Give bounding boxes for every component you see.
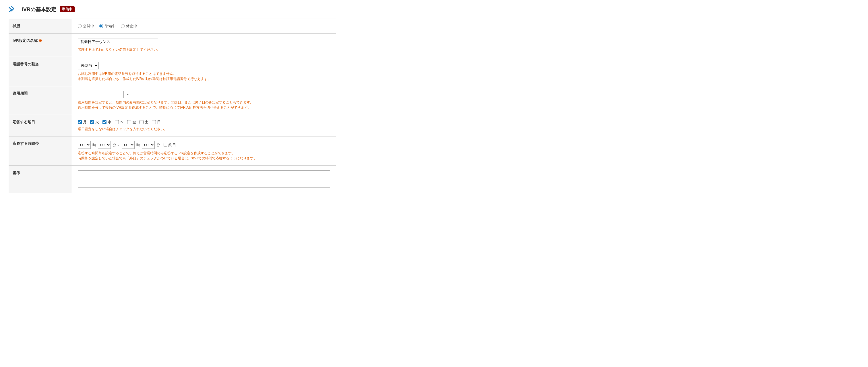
- time-range-group: 00010203 04050607 08091011 12131415 1617…: [78, 141, 330, 149]
- allday-label: 終日: [168, 142, 176, 148]
- label-ivr-name: IVR設定の名称※: [9, 34, 72, 57]
- checkbox-fri[interactable]: 金: [127, 120, 136, 125]
- hour-label-1: 時: [92, 142, 96, 148]
- end-minute-select[interactable]: 00051015 20253035 40455055: [142, 141, 155, 149]
- row-notes: 備考: [9, 166, 336, 193]
- ivr-name-input[interactable]: [78, 38, 158, 45]
- radio-suspended-label: 休止中: [126, 24, 137, 29]
- checkbox-wed-input[interactable]: [102, 120, 106, 124]
- row-phone-assign: 電話番号の割当 未割当 お試し利用中はIVR用の電話番号を取得することはできませ…: [9, 57, 336, 86]
- checkbox-thu[interactable]: 木: [115, 120, 124, 125]
- radio-preparing-input[interactable]: [99, 24, 103, 28]
- required-mark: ※: [39, 38, 42, 43]
- value-apply-period: ～ 適用期間を設定すると、期間内のみ有効な設定となります。開始日、または終了日の…: [72, 86, 336, 115]
- date-range-group: ～: [78, 91, 330, 98]
- radio-preparing[interactable]: 準備中: [99, 24, 116, 29]
- row-time: 応答する時間帯 00010203 04050607 08091011 12131…: [9, 136, 336, 166]
- checkbox-sat-label: 土: [145, 120, 148, 125]
- notes-textarea[interactable]: [78, 170, 330, 188]
- value-phone-assign: 未割当 お試し利用中はIVR用の電話番号を取得することはできません。 未割当を選…: [72, 57, 336, 86]
- checkbox-sun[interactable]: 日: [152, 120, 161, 125]
- checkbox-wed-label: 水: [107, 120, 112, 125]
- row-ivr-name: IVR設定の名称※ 管理する上でわかりやすい名前を設定してください。: [9, 34, 336, 57]
- checkbox-tue-input[interactable]: [90, 120, 94, 124]
- value-days: 月 火 水 木: [72, 115, 336, 136]
- checkbox-fri-input[interactable]: [127, 120, 131, 124]
- checkbox-wed[interactable]: 水: [102, 120, 112, 125]
- phone-assign-select[interactable]: 未割当: [78, 62, 99, 69]
- radio-public[interactable]: 公開中: [78, 24, 94, 29]
- tilde-separator: ～: [126, 92, 130, 97]
- time-hint: 応答する時間帯を設定することで、例えば営業時間のみ応答するIVR設定を作成するこ…: [78, 151, 330, 161]
- radio-preparing-label: 準備中: [104, 24, 116, 29]
- label-status: 状態: [9, 19, 72, 34]
- start-hour-select[interactable]: 00010203 04050607 08091011 12131415 1617…: [78, 141, 91, 149]
- checkbox-sat-input[interactable]: [140, 120, 144, 124]
- value-ivr-name: 管理する上でわかりやすい名前を設定してください。: [72, 34, 336, 57]
- hour-label-2: 時: [136, 142, 140, 148]
- days-checkbox-group: 月 火 水 木: [78, 120, 330, 125]
- checkbox-thu-label: 木: [120, 120, 124, 125]
- radio-public-label: 公開中: [83, 24, 94, 29]
- label-apply-period: 適用期間: [9, 86, 72, 115]
- label-phone-assign: 電話番号の割当: [9, 57, 72, 86]
- checkbox-thu-input[interactable]: [115, 120, 119, 124]
- value-notes: [72, 166, 336, 193]
- start-minute-select[interactable]: 00051015 20253035 40455055: [98, 141, 111, 149]
- value-status: 公開中 準備中 休止中: [72, 19, 336, 34]
- status-radio-group: 公開中 準備中 休止中: [78, 24, 330, 29]
- status-badge: 準備中: [60, 6, 74, 12]
- value-time: 00010203 04050607 08091011 12131415 1617…: [72, 136, 336, 166]
- page-title: IVRの基本設定: [22, 6, 56, 13]
- minute-label-end: 分: [156, 142, 160, 148]
- days-hint: 曜日設定をしない場合はチェックを入れないでください。: [78, 127, 330, 132]
- row-days: 応答する曜日 月 火 水: [9, 115, 336, 136]
- checkbox-sun-input[interactable]: [152, 120, 156, 124]
- page-header: IVRの基本設定 準備中: [9, 6, 336, 13]
- label-notes: 備考: [9, 166, 72, 193]
- allday-checkbox-input[interactable]: [164, 143, 167, 147]
- radio-suspended-input[interactable]: [121, 24, 125, 28]
- phone-assign-hint: お試し利用中はIVR用の電話番号を取得することはできません。 未割当を選択した場…: [78, 71, 330, 81]
- ivr-logo-icon: [9, 6, 17, 13]
- end-hour-select[interactable]: 00010203 04050607 08091011 12131415 1617…: [122, 141, 135, 149]
- apply-period-hint: 適用期間を設定すると、期間内のみ有効な設定となります。開始日、または終了日のみ設…: [78, 100, 330, 110]
- page-container: IVRの基本設定 準備中 状態 公開中 準備中: [0, 0, 344, 199]
- checkbox-tue-label: 火: [95, 120, 99, 125]
- label-time: 応答する時間帯: [9, 136, 72, 166]
- label-days: 応答する曜日: [9, 115, 72, 136]
- allday-checkbox-item[interactable]: 終日: [164, 142, 176, 148]
- radio-public-input[interactable]: [78, 24, 82, 28]
- checkbox-sat[interactable]: 土: [140, 120, 148, 125]
- checkbox-mon-input[interactable]: [78, 120, 82, 124]
- minute-tilde-label: 分～: [113, 142, 120, 148]
- ivr-name-hint: 管理する上でわかりやすい名前を設定してください。: [78, 47, 330, 52]
- date-end-input[interactable]: [132, 91, 178, 98]
- checkbox-mon-label: 月: [83, 120, 87, 125]
- form-table: 状態 公開中 準備中 休止中: [9, 19, 336, 193]
- checkbox-tue[interactable]: 火: [90, 120, 99, 125]
- checkbox-mon[interactable]: 月: [78, 120, 87, 125]
- row-apply-period: 適用期間 ～ 適用期間を設定すると、期間内のみ有効な設定となります。開始日、また…: [9, 86, 336, 115]
- checkbox-sun-label: 日: [157, 120, 161, 125]
- checkbox-fri-label: 金: [132, 120, 136, 125]
- row-status: 状態 公開中 準備中 休止中: [9, 19, 336, 34]
- radio-suspended[interactable]: 休止中: [121, 24, 137, 29]
- date-start-input[interactable]: [78, 91, 124, 98]
